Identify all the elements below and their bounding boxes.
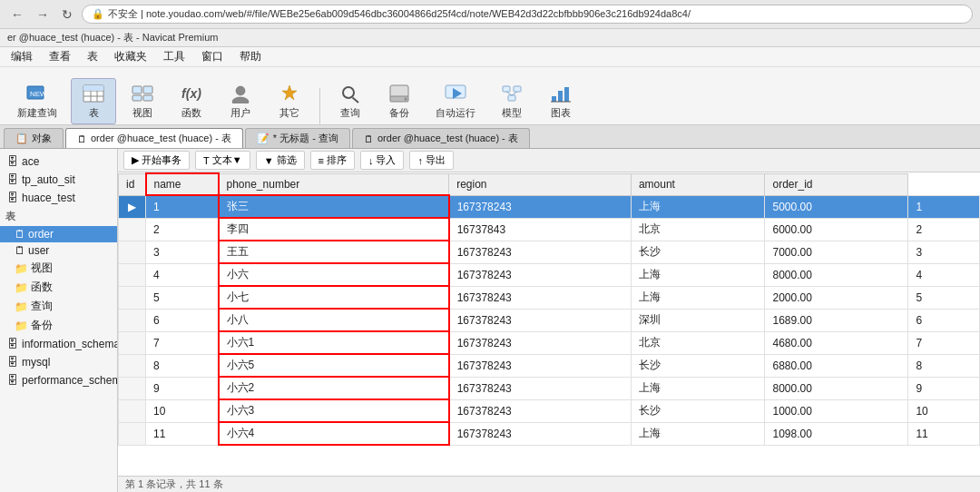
filter-button[interactable]: ▼ 筛选: [256, 151, 305, 170]
toolbar-view[interactable]: 视图: [120, 78, 165, 124]
sidebar-item-information-schema[interactable]: 🗄 information_schema: [0, 335, 117, 353]
cell-id[interactable]: 9: [146, 377, 219, 399]
menu-table[interactable]: 表: [80, 48, 105, 65]
toolbar-new-query[interactable]: NEW 新建查询: [7, 78, 67, 124]
sidebar-item-huace-test[interactable]: 🗄 huace_test: [0, 189, 117, 207]
cell-region[interactable]: 北京: [631, 218, 765, 241]
cell-id[interactable]: 8: [146, 354, 219, 377]
toolbar-query[interactable]: 查询: [328, 78, 373, 124]
sidebar-item-mysql[interactable]: 🗄 mysql: [0, 353, 117, 371]
cell-amount[interactable]: 8000.00: [765, 263, 908, 286]
cell-phone_number[interactable]: 167378243: [449, 422, 632, 445]
sort-button[interactable]: ≡ 排序: [310, 151, 355, 170]
cell-order_id[interactable]: 11: [908, 422, 980, 445]
tab-untitled-query[interactable]: 📝 * 无标题 - 查询: [245, 128, 350, 148]
toolbar-table[interactable]: 表: [71, 78, 116, 124]
sidebar-item-backups[interactable]: 📁 备份: [0, 316, 117, 335]
cell-name[interactable]: 小六1: [219, 331, 449, 354]
sidebar-item-functions[interactable]: 📁 函数: [0, 278, 117, 297]
cell-order_id[interactable]: 10: [908, 399, 980, 422]
table-row[interactable]: ▶1张三167378243上海5000.001: [119, 195, 980, 218]
cell-region[interactable]: 上海: [631, 422, 765, 445]
cell-id[interactable]: 5: [146, 286, 219, 309]
export-button[interactable]: ↑ 导出: [409, 151, 454, 170]
cell-order_id[interactable]: 3: [908, 241, 980, 263]
cell-name[interactable]: 张三: [219, 195, 449, 218]
cell-id[interactable]: 2: [146, 218, 219, 241]
cell-phone_number[interactable]: 167378243: [449, 263, 632, 286]
sidebar-item-views[interactable]: 📁 视图: [0, 259, 117, 278]
text-button[interactable]: T 文本▼: [195, 151, 250, 170]
cell-id[interactable]: 4: [146, 263, 219, 286]
cell-phone_number[interactable]: 167378243: [449, 377, 632, 399]
table-row[interactable]: 11小六4167378243上海1098.0011: [119, 422, 980, 445]
cell-region[interactable]: 深圳: [631, 309, 765, 331]
menu-window[interactable]: 窗口: [194, 48, 230, 65]
cell-amount[interactable]: 1000.00: [765, 399, 908, 422]
cell-region[interactable]: 上海: [631, 263, 765, 286]
cell-phone_number[interactable]: 167378243: [449, 241, 632, 263]
toolbar-other[interactable]: 其它: [267, 78, 312, 124]
cell-name[interactable]: 小六: [219, 263, 449, 286]
back-button[interactable]: ←: [7, 5, 27, 24]
cell-amount[interactable]: 7000.00: [765, 241, 908, 263]
cell-name[interactable]: 小六2: [219, 377, 449, 399]
col-header-region[interactable]: region: [449, 173, 632, 195]
forward-button[interactable]: →: [33, 5, 53, 24]
cell-order_id[interactable]: 8: [908, 354, 980, 377]
cell-name[interactable]: 小八: [219, 309, 449, 331]
sidebar-item-ace[interactable]: 🗄 ace: [0, 153, 117, 171]
cell-id[interactable]: 6: [146, 309, 219, 331]
table-row[interactable]: 4小六167378243上海8000.004: [119, 263, 980, 286]
cell-order_id[interactable]: 1: [908, 195, 980, 218]
toolbar-user[interactable]: 用户: [218, 78, 263, 124]
cell-region[interactable]: 长沙: [631, 241, 765, 263]
cell-amount[interactable]: 6000.00: [765, 218, 908, 241]
cell-name[interactable]: 小六3: [219, 399, 449, 422]
cell-amount[interactable]: 1689.00: [765, 309, 908, 331]
col-header-amount[interactable]: amount: [631, 173, 765, 195]
col-header-order-id[interactable]: order_id: [765, 173, 908, 195]
cell-name[interactable]: 李四: [219, 218, 449, 241]
cell-phone_number[interactable]: 167378243: [449, 195, 632, 218]
tab-objects[interactable]: 📋 对象: [4, 128, 64, 148]
menu-help[interactable]: 帮助: [232, 48, 269, 65]
cell-amount[interactable]: 2000.00: [765, 286, 908, 309]
cell-region[interactable]: 长沙: [631, 354, 765, 377]
col-header-name[interactable]: name: [146, 173, 219, 195]
cell-order_id[interactable]: 4: [908, 263, 980, 286]
cell-amount[interactable]: 6880.00: [765, 354, 908, 377]
cell-region[interactable]: 上海: [631, 377, 765, 399]
col-header-phone[interactable]: phone_number: [219, 173, 449, 195]
cell-region[interactable]: 上海: [631, 286, 765, 309]
cell-region[interactable]: 上海: [631, 195, 765, 218]
cell-phone_number[interactable]: 167378243: [449, 286, 632, 309]
reload-button[interactable]: ↻: [58, 5, 76, 24]
col-header-id[interactable]: id: [119, 173, 146, 195]
cell-order_id[interactable]: 5: [908, 286, 980, 309]
import-button[interactable]: ↓ 导入: [360, 151, 405, 170]
tab-order-table[interactable]: 🗒 order @huace_test (huace) - 表: [65, 128, 243, 148]
cell-order_id[interactable]: 9: [908, 377, 980, 399]
tab-order-table2[interactable]: 🗒 order @huace_test (huace) - 表: [352, 128, 530, 148]
cell-name[interactable]: 小六4: [219, 422, 449, 445]
cell-amount[interactable]: 1098.00: [765, 422, 908, 445]
table-row[interactable]: 6小八167378243深圳1689.006: [119, 309, 980, 331]
sidebar-item-tp-auto-sit[interactable]: 🗄 tp_auto_sit: [0, 171, 117, 189]
toolbar-autorun[interactable]: 自动运行: [426, 78, 485, 124]
cell-region[interactable]: 长沙: [631, 399, 765, 422]
menu-view[interactable]: 查看: [42, 48, 78, 65]
cell-order_id[interactable]: 7: [908, 331, 980, 354]
cell-phone_number[interactable]: 167378243: [449, 309, 632, 331]
cell-phone_number[interactable]: 167378243: [449, 399, 632, 422]
cell-name[interactable]: 王五: [219, 241, 449, 263]
sidebar-item-queries[interactable]: 📁 查询: [0, 297, 117, 316]
cell-name[interactable]: 小六5: [219, 354, 449, 377]
table-row[interactable]: 10小六3167378243长沙1000.0010: [119, 399, 980, 422]
table-row[interactable]: 2李四16737843北京6000.002: [119, 218, 980, 241]
toolbar-chart[interactable]: 图表: [538, 78, 583, 124]
cell-order_id[interactable]: 2: [908, 218, 980, 241]
cell-amount[interactable]: 5000.00: [765, 195, 908, 218]
sidebar-item-performance-schema[interactable]: 🗄 performance_schema: [0, 371, 117, 389]
cell-amount[interactable]: 4680.00: [765, 331, 908, 354]
